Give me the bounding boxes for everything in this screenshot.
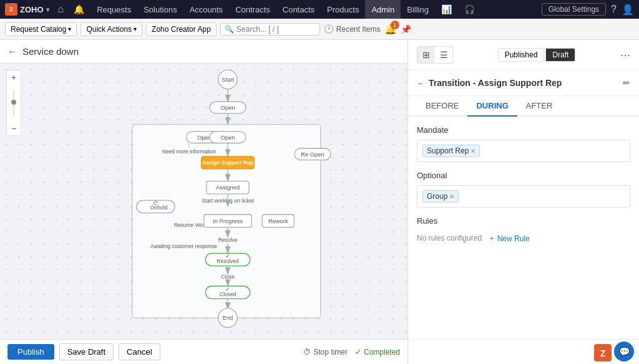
svg-text:Resolved: Resolved [217,258,239,264]
diagram-title: Service down [22,46,79,57]
search-icon: 🔍 [225,25,234,34]
grid-view-button[interactable]: ⊞ [417,47,435,63]
svg-text:Closed: Closed [220,291,237,297]
logo-icon: Z [5,3,17,16]
completed-check-icon: ✓ [355,348,361,357]
draft-button[interactable]: Draft [545,48,575,62]
stop-timer-button[interactable]: ⏱ Stop timer [303,348,348,357]
svg-text:Open: Open [221,135,235,141]
nav-contacts[interactable]: Contacts [276,0,321,19]
right-panel-footer: Z 💬 [408,339,639,364]
right-panel-toolbar: ⊞ ☰ Published Draft ⋯ [408,40,639,70]
svg-text:Re Open: Re Open [301,151,324,158]
request-catalog-dropdown-icon: ▾ [68,26,71,32]
zoho-z-icon[interactable]: Z [594,344,612,362]
secondary-toolbar: Request Catalog ▾ Quick Actions ▾ Zoho C… [0,19,639,40]
user-icon[interactable]: 👤 [622,4,634,16]
support-rep-tag: Support Rep ✕ [422,145,480,157]
tab-after[interactable]: AFTER [517,96,562,117]
nav-billing[interactable]: Billing [401,0,435,19]
tabs-row: BEFORE DURING AFTER [408,96,639,117]
panel-menu-icon[interactable]: ⋯ [620,49,630,61]
recent-items-button[interactable]: 🕐 Recent Items [324,24,381,34]
diagram-panel: ← Service down + − Start [0,40,408,364]
rules-label: Rules [417,216,630,226]
optional-input[interactable]: Group ✕ [417,185,630,208]
panel-content: Mandate Support Rep ✕ Optional Group ✕ R… [408,117,639,339]
transition-back-icon[interactable]: ← [417,79,425,88]
transition-header: ← Transition - Assign Support Rep ✏ [408,70,639,96]
svg-text:In Progress: In Progress [213,218,243,224]
published-draft-toggle: Published Draft [498,48,576,62]
svg-text:Close: Close [221,274,235,280]
tab-before[interactable]: BEFORE [417,96,467,117]
start-node-label: Start [222,77,234,83]
transition-title: Transition - Assign Support Rep [429,78,619,88]
diagram-canvas[interactable]: + − Start Open [0,64,407,339]
svg-text:Onhold: Onhold [150,204,168,211]
nav-products[interactable]: Products [321,0,365,19]
nav-right-group: Global Settings ? 👤 [542,3,634,16]
no-rules-text: No rules configured [417,234,482,242]
request-catalog-button[interactable]: Request Catalog ▾ [5,22,77,36]
back-button[interactable]: ← [7,46,17,57]
svg-text:Awaiting customer response: Awaiting customer response [150,243,217,249]
zoho-logo[interactable]: Z ZOHO ▾ [5,3,49,16]
completed-status: ✓ Completed [355,348,400,357]
publish-button[interactable]: Publish [7,344,54,360]
nav-headphone-icon[interactable]: 🎧 [458,0,481,19]
search-input[interactable] [237,25,299,34]
right-panel: ⊞ ☰ Published Draft ⋯ ← Transition - Ass… [408,40,639,364]
rules-content: No rules configured ＋ New Rule [417,233,630,244]
quick-actions-dropdown-icon: ▾ [134,26,137,32]
published-button[interactable]: Published [498,48,545,62]
svg-text:Resolve: Resolve [218,237,238,243]
svg-text:End: End [223,315,233,321]
view-toggle: ⊞ ☰ [417,46,453,64]
save-draft-button[interactable]: Save Draft [59,343,114,360]
nav-requests[interactable]: Requests [90,0,137,19]
notification-badge: 1 [391,21,399,29]
svg-text:Assigned: Assigned [216,184,240,191]
diagram-header: ← Service down [0,40,407,64]
quick-actions-button[interactable]: Quick Actions ▾ [80,22,142,36]
nav-contracts[interactable]: Contracts [229,0,276,19]
zoho-creator-button[interactable]: Zoho Creator App [146,22,217,36]
tab-during[interactable]: DURING [467,96,517,117]
new-rule-button[interactable]: ＋ New Rule [488,233,530,244]
nav-admin[interactable]: Admin [365,0,401,19]
optional-label: Optional [417,171,630,180]
svg-text:Assign Support Rep: Assign Support Rep [202,160,253,166]
chat-icon[interactable]: 💬 [614,342,634,362]
zoho-dropdown-icon[interactable]: ▾ [46,6,49,13]
list-view-button[interactable]: ☰ [435,47,452,63]
search-box[interactable]: 🔍 [220,23,320,36]
flowchart-svg: Start Open Open Open Need more informati… [19,64,407,339]
main-area: ← Service down + − Start [0,40,639,364]
nav-bell-icon[interactable]: 🔔 [67,0,90,19]
svg-text:Need more information: Need more information [162,149,217,155]
group-tag-remove[interactable]: ✕ [449,193,454,200]
zoho-text: ZOHO [20,5,44,14]
global-settings-button[interactable]: Global Settings [542,3,606,16]
pin-icon[interactable]: 📌 [401,24,411,34]
home-icon[interactable]: ⌂ [58,4,64,15]
nav-chart-icon[interactable]: 📊 [435,0,458,19]
support-rep-tag-remove[interactable]: ✕ [471,148,476,155]
nav-accounts[interactable]: Accounts [183,0,229,19]
bottom-action-bar: Publish Save Draft Cancel ⏱ Stop timer ✓… [0,339,407,364]
edit-icon[interactable]: ✏ [623,78,630,88]
help-icon[interactable]: ? [611,4,617,15]
plus-icon: ＋ [488,233,495,244]
notification-icon[interactable]: 🔔 1 [384,23,397,35]
mandate-label: Mandate [417,125,630,135]
svg-text:Resume Work: Resume Work [174,222,208,228]
rules-section: Rules No rules configured ＋ New Rule [417,216,630,244]
mandate-input[interactable]: Support Rep ✕ [417,140,630,162]
cancel-button[interactable]: Cancel [119,343,160,360]
top-navigation: Z ZOHO ▾ ⌂ 🔔 Requests Solutions Accounts… [0,0,639,19]
svg-text:Open: Open [221,105,235,111]
nav-solutions[interactable]: Solutions [137,0,183,19]
svg-text:Rework: Rework [268,218,288,224]
stop-timer-icon: ⏱ [303,348,311,357]
